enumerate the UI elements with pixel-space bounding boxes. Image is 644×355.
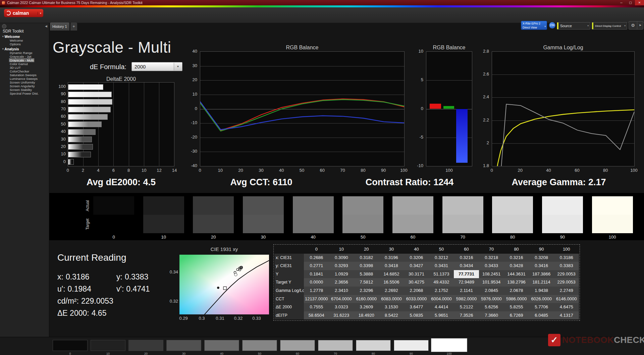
table-cell: 12137.0000 — [304, 295, 329, 303]
reading-u: u':0.1984 — [57, 285, 91, 294]
table-cell: 1.9438 — [529, 287, 554, 295]
axis-tick-label: 0 — [486, 168, 498, 173]
axis-tick-label: 30 — [180, 63, 197, 68]
sidebar-item-screen-angularity[interactable]: Screen Angularity — [0, 84, 49, 88]
minimize-button[interactable]: ─ — [617, 0, 626, 5]
tree-section-welcome[interactable]: ▾Welcome — [0, 35, 49, 39]
target-swatch — [442, 215, 483, 233]
sidebar-item-label: Spectral Power Dist. — [9, 92, 39, 95]
table-cell: 72.9489 — [454, 278, 479, 287]
sidebar-item-options[interactable]: Options — [0, 42, 49, 46]
table-cell: 0.3186 — [554, 254, 579, 262]
calman-menu-button[interactable]: calman ▾ — [4, 9, 43, 17]
deltae-bar — [68, 92, 112, 97]
row-label: y: CIE31 — [274, 262, 304, 270]
calman-logo-text: calman — [13, 10, 38, 16]
pattern-swatch-60[interactable] — [280, 340, 315, 351]
sidebar-item-luminance-sweeps[interactable]: Luminance Sweeps — [0, 77, 49, 81]
meter-name: X-Rite i1Pro 2 — [523, 21, 543, 26]
gamma-plot — [492, 51, 635, 166]
pattern-swatch-40[interactable] — [204, 340, 239, 351]
advance-arrow-button[interactable]: ➤ — [637, 21, 643, 29]
axis-tick-label: 60 — [316, 168, 328, 173]
grayscale-swatch — [143, 196, 184, 233]
sidebar-round-button[interactable] — [2, 24, 6, 29]
sidebar-item-grayscale-2pt[interactable]: Grayscale - 2pt — [0, 55, 49, 58]
workflow-sidebar: ◀ SDR Toolkit ▾WelcomeWelcomeOptions▾Ana… — [0, 23, 49, 355]
sidebar-collapse-arrow-icon[interactable]: ◀ — [45, 24, 47, 28]
table-cell: 5.3888 — [354, 270, 379, 278]
workflow-tree: ▾WelcomeWelcomeOptions▾AnalysisDynamic R… — [0, 34, 49, 95]
grayscale-swatch — [392, 196, 433, 233]
pattern-swatch-20[interactable] — [128, 340, 163, 351]
table-row: CCT12137.00006704.00006160.00006083.0000… — [274, 295, 579, 303]
pattern-swatch-80[interactable] — [356, 340, 391, 351]
sidebar-item-label: Screen Stability — [9, 88, 33, 92]
meter-button[interactable]: X-Rite i1Pro 2 Direct View ▾ — [521, 21, 547, 30]
sidebar-item-grayscale-multi[interactable]: Grayscale - Multi — [0, 58, 49, 62]
grayscale-swatch — [542, 196, 583, 233]
pattern-level-label: 50 — [242, 352, 277, 355]
table-cell: 0.3416 — [529, 262, 554, 270]
pattern-swatch-30[interactable] — [166, 340, 201, 351]
table-cell: 101.9534 — [479, 278, 504, 287]
column-header: 40 — [404, 245, 429, 254]
de-formula-dropdown[interactable]: 2000 ▾ — [131, 62, 182, 71]
sidebar-item-color-gamut[interactable]: Color Gamut — [0, 62, 49, 66]
axis-tick-label: -20 — [180, 135, 197, 140]
sidebar-item-welcome[interactable]: Welcome — [0, 39, 49, 42]
sidebar-item-saturation-sweeps[interactable]: Saturation Sweeps — [0, 73, 49, 77]
axis-tick-label: 40 — [180, 49, 197, 54]
pattern-swatch-0[interactable] — [53, 340, 88, 351]
sidebar-item-screen-uniformity[interactable]: Screen Uniformity — [0, 81, 49, 84]
sidebar-item-label: Grayscale - Multi — [9, 58, 34, 62]
column-header — [274, 245, 304, 254]
pattern-swatch-50[interactable] — [242, 340, 277, 351]
source-dropdown[interactable]: Source ▾ — [557, 22, 590, 30]
target-swatch — [193, 215, 234, 233]
table-cell: 6083.0000 — [379, 295, 404, 303]
table-cell: 2.2692 — [379, 287, 404, 295]
reading-value: 0.4741 — [126, 285, 150, 293]
table-cell: 229.0053 — [554, 270, 579, 278]
pattern-level-label: 60 — [280, 352, 315, 355]
sidebar-item-dynamic-range[interactable]: Dynamic Range — [0, 51, 49, 55]
grayscale-level-label: 40 — [293, 235, 334, 240]
sidebar-item-colorchecker[interactable]: ColorChecker — [0, 69, 49, 73]
axis-tick-label: 0 — [62, 168, 74, 173]
sidebar-item-label: Screen Uniformity — [9, 81, 36, 84]
axis-tick-label: 0 — [194, 168, 206, 173]
pattern-swatch-100[interactable] — [431, 338, 467, 352]
reading-y: y:0.3383 — [116, 272, 148, 282]
tree-collapse-icon: ▾ — [2, 48, 4, 50]
axis-tick-label: 90 — [377, 168, 389, 173]
axis-tick-label: 0.34 — [161, 269, 178, 274]
pattern-swatch-90[interactable] — [394, 340, 429, 351]
display-control-dropdown[interactable]: Direct Display Control ▾ — [592, 22, 627, 30]
deltae-bar — [68, 159, 74, 165]
rgb-balance-bars-plot — [426, 51, 472, 166]
settings-gear-button[interactable]: ⚙ — [629, 21, 637, 29]
grayscale-swatch — [342, 196, 383, 233]
tab-history-1[interactable]: History 1 — [50, 22, 69, 31]
table-row: ΔE 20000.75553.03233.26093.15303.64774.4… — [274, 303, 579, 311]
sidebar-item-screen-stability[interactable]: Screen Stability — [0, 88, 49, 92]
tree-section-analysis[interactable]: ▾Analysis — [0, 47, 49, 51]
target-swatch — [293, 215, 334, 233]
add-tab-button[interactable]: + — [70, 22, 77, 31]
table-cell: 3.1530 — [379, 303, 404, 311]
maximize-button[interactable]: ▢ — [626, 0, 635, 5]
grayscale-level-label: 60 — [392, 235, 433, 240]
table-cell: 0.3398 — [354, 262, 379, 270]
sidebar-item-spectral-power-dist[interactable]: Spectral Power Dist. — [0, 92, 49, 95]
pattern-swatch-10[interactable] — [91, 340, 125, 351]
target-swatch — [542, 215, 583, 233]
close-button[interactable]: ✕ — [635, 0, 644, 5]
axis-tick-label: 0.32 — [161, 299, 178, 304]
actual-swatch — [243, 196, 284, 215]
column-header: 60 — [454, 245, 479, 254]
pattern-swatch-70[interactable] — [318, 340, 353, 351]
sidebar-item-3d-lut[interactable]: 3D LUT — [0, 66, 49, 69]
de-formula-label: dE Formula: — [90, 63, 126, 71]
deltae-bar — [68, 99, 112, 105]
